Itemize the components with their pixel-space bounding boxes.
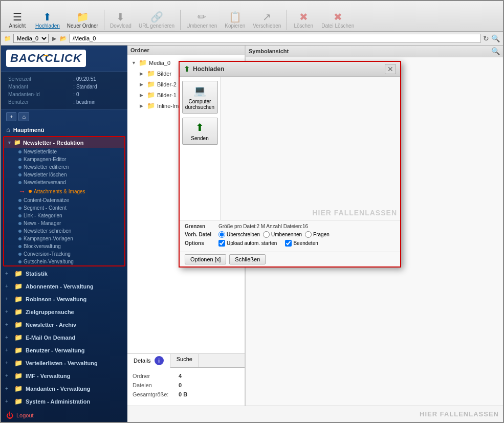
zielgruppensuche-header[interactable]: + 📁 Zielgruppensuche <box>1 306 127 318</box>
computer-browse-label: Computerdurchsuchen <box>185 99 214 110</box>
verteilerlisten-header[interactable]: + 📁 Verteilerlisten - Verwaltung <box>1 357 127 369</box>
toolbar-btn-hochladen[interactable]: ⬆ Hochladen <box>33 10 62 30</box>
bullet-icon <box>18 199 21 202</box>
benutzer-label: Benutzer <box>7 99 71 105</box>
path-input[interactable] <box>69 34 481 43</box>
abonnenten-header[interactable]: + 📁 Abonnenten - Verwaltung <box>1 280 127 292</box>
refresh-button[interactable]: ↻ <box>483 34 489 42</box>
toolbar-separator-3 <box>287 10 287 30</box>
dialog-actions: Optionen [x] Schließen <box>180 252 400 266</box>
toolbar-btn-ansicht[interactable]: ☰ Ansicht <box>4 10 31 30</box>
sidebar-item-newsletterliste[interactable]: Newsletterliste <box>4 148 124 155</box>
dateien-val: 0 <box>179 382 182 388</box>
sidebar-item-kampagnen-editor[interactable]: Kampagnen-Editor <box>4 155 124 163</box>
verteilerlisten-label: Verteilerlisten - Verwaltung <box>26 360 98 366</box>
expand-icon: ▶ <box>140 82 145 87</box>
sidebar-item-gutschein-verwaltung[interactable]: Gutschein-Verwaltung <box>4 258 124 265</box>
benutzer-label: Benutzer - Verwaltung <box>26 347 85 353</box>
bottom-drop-area[interactable]: HIER FALLENLASSEN <box>127 406 503 422</box>
expand-icon: ▶ <box>140 103 145 108</box>
sidebar-home-button[interactable]: ⌂ <box>18 112 29 121</box>
folder-select[interactable]: Media_0 <box>13 34 49 43</box>
bullet-icon <box>18 181 21 184</box>
sidebar-add-button[interactable]: + <box>6 112 16 121</box>
bullet-icon <box>18 166 21 169</box>
addr-path-icon: 📂 <box>60 35 67 42</box>
dialog-close-button[interactable]: ✕ <box>385 64 396 74</box>
options-label: Options <box>185 240 215 246</box>
bullet-icon <box>18 253 21 256</box>
expand-icon: ▼ <box>132 60 137 65</box>
optionen-button[interactable]: Optionen [x] <box>185 254 226 264</box>
sidebar-item-newsletter-loschen[interactable]: Newsletter löschen <box>4 171 124 179</box>
bullet-icon <box>18 237 21 240</box>
statistik-header[interactable]: + 📁 Statistik <box>1 268 127 279</box>
system-admin-header[interactable]: + 📁 System - Administration <box>1 395 127 407</box>
zielgruppensuche-label: Zielgruppensuche <box>26 309 74 315</box>
sidebar-item-blockverwaltung[interactable]: Blockverwaltung <box>4 242 124 250</box>
tab-suche[interactable]: Suche <box>170 354 199 367</box>
bullet-icon <box>18 245 21 248</box>
newsletter-archiv-header[interactable]: + 📁 Newsletter - Archiv <box>1 319 127 330</box>
folder-icon-item: 📁 <box>139 59 147 66</box>
logout-item[interactable]: ⏻ Logout <box>1 408 127 422</box>
toolbar-btn-download[interactable]: ⬇ Dovvload <box>107 10 134 30</box>
sidebar-item-attachments-images[interactable]: → Attachments & Images <box>4 186 124 196</box>
computer-browse-button[interactable]: 💻 Computerdurchsuchen <box>182 81 218 114</box>
toolbar-btn-url[interactable]: 🔗 URL generieren <box>136 10 177 30</box>
radio-fragen[interactable]: Fragen <box>305 231 330 238</box>
folder-icon: 📁 <box>14 321 23 328</box>
toolbar-btn-umbenennen[interactable]: ✏ Umbenennen <box>184 10 220 30</box>
benutzer-val: : bcadmin <box>72 99 121 105</box>
hauptmenu-item[interactable]: ⌂ Hauptmenü <box>1 123 127 136</box>
sidebar-item-news-manager[interactable]: News - Manager <box>4 219 124 227</box>
imf-header[interactable]: + 📁 IMF - Verwaltung <box>1 370 127 382</box>
abonnenten-section: + 📁 Abonnenten - Verwaltung <box>1 280 127 292</box>
sidebar-item-newsletterversand[interactable]: Newsletterversand <box>4 179 124 186</box>
schliessen-button[interactable]: Schließen <box>229 254 266 264</box>
toolbar-btn-verschieben[interactable]: ↗ Verschieben <box>250 10 283 30</box>
robinson-header[interactable]: + 📁 Robinson - Verwaltung <box>1 293 127 305</box>
hochladen-label: Hochladen <box>35 23 60 29</box>
toolbar-separator <box>104 10 104 30</box>
dialog-body: 💻 Computerdurchsuchen ⬆ Senden HIER FALL… <box>180 77 400 220</box>
dialog-drop-hint: HIER FALLENLASSEN <box>312 209 397 217</box>
mandanten-header[interactable]: + 📁 Mandanten - Verwaltung <box>1 383 127 394</box>
browse-button[interactable]: 🔍 <box>491 34 500 42</box>
symbol-panel-header: Symbolansicht 🔍 <box>246 46 503 57</box>
checkbox-upload-auto[interactable]: Upload autom. starten <box>218 240 277 247</box>
plus-icon: + <box>5 373 11 379</box>
plus-icon: + <box>5 360 11 366</box>
toolbar-btn-datei-loschen[interactable]: ✖ Datei Löschen <box>319 10 357 30</box>
radio-umbenennen[interactable]: Umbenennen <box>263 231 302 238</box>
senden-button[interactable]: ⬆ Senden <box>182 118 218 145</box>
ansicht-icon: ☰ <box>13 12 22 22</box>
tab-details[interactable]: Details i <box>127 354 170 368</box>
radio-uberschreiben[interactable]: Überschreiben <box>218 231 260 238</box>
folder-icon-addr: 📁 <box>4 35 11 42</box>
bottom-drop-hint: HIER FALLENLASSEN <box>420 410 499 418</box>
sidebar-item-segment-content[interactable]: Segment - Content <box>4 204 124 212</box>
sidebar-item-kampagnen-vorlagen[interactable]: Kampagnen-Vorlagen <box>4 235 124 242</box>
verteilerlisten-section: + 📁 Verteilerlisten - Verwaltung <box>1 357 127 369</box>
checkbox-beendeten[interactable]: Beendeten <box>285 240 318 247</box>
folder-icon: 📁 <box>14 333 23 341</box>
toolbar-btn-kopieren[interactable]: 📋 Kopieren <box>222 10 248 30</box>
sidebar-item-newsletter-schreiben[interactable]: Newsletter schreiben <box>4 227 124 235</box>
sidebar-item-conversion-tracking[interactable]: Conversion-Tracking <box>4 250 124 258</box>
email-on-demand-header[interactable]: + 📁 E-Mail On Demand <box>1 331 127 343</box>
newsletter-section-header[interactable]: ▼ 📁 Newsletter - Redaktion <box>4 137 124 148</box>
expand-icon: ▶ <box>140 93 145 98</box>
sidebar-item-content-datensatze[interactable]: Content-Datensätze <box>4 196 124 204</box>
url-label: URL generieren <box>139 23 174 29</box>
newsletter-expand-icon: ▼ <box>7 140 12 145</box>
benutzer-header[interactable]: + 📁 Benutzer - Verwaltung <box>1 344 127 356</box>
vorh-datei-label: Vorh. Datei <box>185 232 215 237</box>
sidebar-item-newsletter-editieren[interactable]: Newsletter editieren <box>4 163 124 171</box>
toolbar-btn-loschen[interactable]: ✖ Löschen <box>290 10 317 30</box>
toolbar-btn-neuer-ordner[interactable]: 📁 Neuer Ordner <box>64 10 101 30</box>
sidebar-item-link-kategorien[interactable]: Link - Kategorien <box>4 212 124 219</box>
sidebar-action-buttons: + ⌂ <box>1 110 127 123</box>
dialog-drop-area[interactable]: HIER FALLENLASSEN <box>221 77 400 220</box>
dialog-upload-icon: ⬆ <box>184 65 190 73</box>
